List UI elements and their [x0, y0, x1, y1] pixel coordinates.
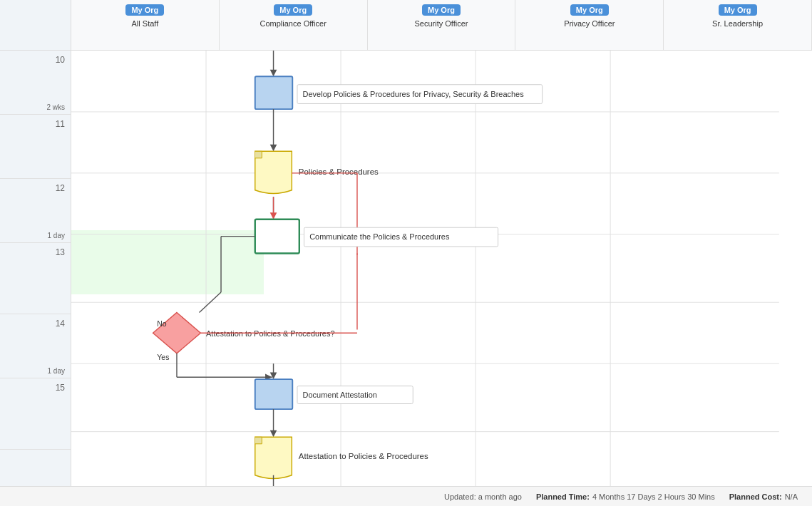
lane-title-1: Compliance Officer [260, 19, 327, 29]
svg-text:No: No [157, 319, 167, 328]
planned-time-value: 4 Months 17 Days 2 Hours 30 Mins [592, 492, 715, 501]
lane-1: My Org Compliance Officer [220, 0, 368, 50]
row-number-15: 15 [56, 378, 65, 393]
row-label-15: 15 [0, 378, 71, 450]
lane-0: My Org All Staff [71, 0, 220, 50]
status-planned-cost: Planned Cost: N/A [729, 492, 798, 501]
lane-3: My Org Privacy Officer [515, 0, 664, 50]
lane-4: My Org Sr. Leadership [664, 0, 812, 50]
svg-text:Develop Policies & Procedures : Develop Policies & Procedures for Privac… [303, 90, 525, 98]
lane-badge-2: My Org [422, 4, 461, 16]
row-label-14: 14 1 day [0, 314, 71, 378]
lane-title-0: All Staff [132, 19, 159, 29]
lane-title-4: Sr. Leadership [712, 19, 763, 29]
lane-title-2: Security Officer [414, 19, 468, 29]
lanes-content: My Org All Staff My Org Compliance Offic… [71, 0, 812, 50]
svg-marker-39 [270, 373, 277, 380]
row-label-11: 11 [0, 115, 71, 179]
row-label-12: 12 1 day [0, 179, 71, 243]
row-number-10: 10 [56, 51, 65, 65]
svg-rect-12 [255, 76, 293, 109]
lane-badge-4: My Org [719, 4, 757, 16]
row-duration-10: 2 wks [46, 103, 65, 114]
planned-cost-label: Planned Cost: [729, 492, 782, 501]
svg-text:Policies & Procedures: Policies & Procedures [299, 167, 379, 176]
app-container: My Org All Staff My Org Compliance Offic… [0, 0, 812, 506]
svg-rect-40 [255, 379, 293, 409]
lane-title-3: Privacy Officer [564, 19, 615, 29]
lane-2: My Org Security Officer [368, 0, 516, 50]
svg-marker-16 [270, 145, 277, 152]
lane-badge-0: My Org [125, 4, 164, 16]
row-number-14: 14 [56, 314, 65, 329]
main-content: 10 2 wks 11 12 1 day 13 14 1 day 15 [0, 51, 812, 486]
lane-spacer [0, 0, 71, 50]
row-labels-col: 10 2 wks 11 12 1 day 13 14 1 day 15 [0, 51, 71, 486]
svg-text:Yes: Yes [157, 353, 169, 361]
row-number-11: 11 [56, 115, 65, 129]
row-number-12: 12 [56, 179, 65, 193]
lane-badge-3: My Org [570, 4, 609, 16]
diagram-canvas: Develop Policies & Procedures for Privac… [71, 51, 812, 486]
svg-text:Attestation to Policies & Proc: Attestation to Policies & Procedures? [206, 329, 334, 338]
status-bar: Updated: a month ago Planned Time: 4 Mon… [0, 486, 812, 506]
lane-badge-1: My Org [274, 4, 312, 16]
row-label-13: 13 [0, 243, 71, 314]
status-updated: Updated: a month ago [444, 492, 522, 501]
planned-cost-value: N/A [785, 492, 798, 501]
svg-text:Attestation to Policies & Proc: Attestation to Policies & Procedures [299, 452, 428, 460]
status-planned-time: Planned Time: 4 Months 17 Days 2 Hours 3… [536, 492, 715, 501]
row-duration-14: 1 day [48, 367, 65, 378]
row-number-13: 13 [56, 243, 65, 257]
svg-marker-11 [270, 70, 277, 77]
swim-lanes-header: My Org All Staff My Org Compliance Offic… [0, 0, 812, 51]
svg-rect-23 [255, 220, 299, 254]
svg-text:Communicate the Policies & Pro: Communicate the Policies & Procedures [309, 232, 450, 241]
svg-text:Document Attestation: Document Attestation [303, 391, 377, 399]
diagram-svg: Develop Policies & Procedures for Privac… [71, 51, 812, 486]
planned-time-label: Planned Time: [536, 492, 590, 501]
svg-marker-44 [270, 430, 277, 438]
row-label-10: 10 2 wks [0, 51, 71, 115]
row-duration-12: 1 day [48, 232, 65, 242]
